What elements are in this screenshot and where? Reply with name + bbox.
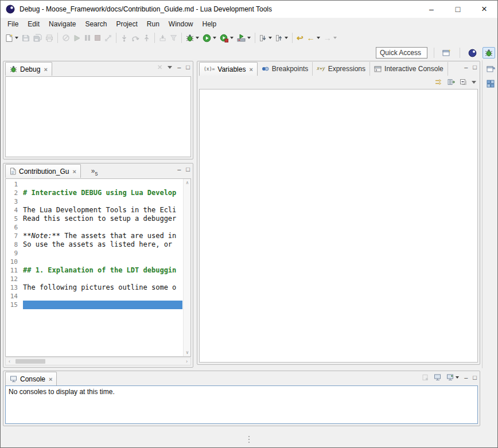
last-edit-location-button[interactable]: ↩ (295, 32, 305, 44)
debug-minimize-button[interactable]: – (177, 64, 181, 71)
variables-view-menu-button[interactable] (472, 81, 476, 84)
editor-maximize-button[interactable]: □ (186, 166, 190, 173)
menu-file[interactable]: File (3, 18, 23, 30)
forward-button[interactable]: → (322, 32, 339, 44)
tab-console[interactable]: Console × (5, 372, 57, 385)
save-all-button[interactable] (32, 32, 44, 44)
display-selected-console-button[interactable] (434, 374, 441, 381)
editor-line[interactable]: 5Read this section to setup a debugger (6, 215, 190, 223)
coverage-button[interactable] (218, 32, 235, 44)
console-maximize-button[interactable]: □ (473, 375, 477, 381)
scroll-down-icon[interactable]: ∨ (184, 350, 191, 355)
tab-breakpoints[interactable]: Breakpoints (258, 62, 313, 76)
editor-line[interactable]: 8So use the assets as listed here, or (6, 240, 190, 249)
tab-label: Contribution_Gu (19, 167, 69, 176)
pin-console-button[interactable] (422, 374, 429, 381)
vertical-scrollbar[interactable]: ∧ ∨ (183, 179, 190, 356)
run-button[interactable] (201, 32, 218, 44)
editor-line[interactable]: 15 (6, 301, 190, 309)
menu-window[interactable]: Window (164, 18, 198, 30)
sash-grip[interactable] (248, 436, 250, 443)
horizontal-scroll-thumb[interactable] (15, 359, 45, 364)
next-annotation-button[interactable] (258, 32, 274, 44)
step-return-button[interactable] (141, 32, 152, 44)
editor-line[interactable]: 13The following pictures outline some o (6, 283, 190, 292)
scroll-right-icon[interactable]: › (183, 359, 190, 364)
editor-line[interactable]: 9 (6, 249, 190, 258)
tab-expressions[interactable]: x+y Expressions (313, 62, 370, 76)
use-step-filters-button[interactable] (168, 32, 179, 44)
variables-minimize-button[interactable]: – (464, 64, 468, 71)
tab-interactive-console[interactable]: Interactive Console (370, 62, 448, 76)
menu-help[interactable]: Help (198, 18, 221, 30)
editor-line[interactable]: 3 (6, 197, 190, 206)
show-logical-structure-button[interactable] (435, 79, 443, 85)
skip-all-breakpoints-button[interactable] (60, 32, 72, 44)
console-minimize-button[interactable]: – (464, 375, 468, 381)
editor-line[interactable]: 10 (6, 258, 190, 266)
menu-project[interactable]: Project (111, 18, 142, 30)
save-button[interactable] (20, 32, 32, 44)
resume-button[interactable] (72, 32, 83, 44)
print-button[interactable] (44, 32, 55, 44)
menu-search[interactable]: Search (80, 18, 111, 30)
lua-perspective-button[interactable] (466, 48, 478, 59)
tab-debug[interactable]: Debug × (5, 62, 52, 76)
tab-variables[interactable]: (x)= Variables × (199, 62, 258, 76)
open-console-button[interactable] (446, 374, 459, 381)
editor-line[interactable]: 4The Lua Development Tools in the Ecli (6, 206, 190, 215)
tab-close-icon[interactable]: × (72, 168, 76, 175)
maximize-button[interactable]: □ (445, 1, 471, 18)
tab-close-icon[interactable]: × (44, 66, 47, 73)
step-into-button[interactable] (119, 32, 130, 44)
horizontal-scrollbar[interactable]: ‹ › (5, 357, 191, 365)
editor-body[interactable]: 12# Interactive DEBUG using Lua Develop3… (5, 178, 191, 357)
console-body[interactable]: No consoles to display at this time. (5, 385, 478, 424)
console-icon (10, 376, 17, 383)
line-number: 5 (6, 215, 23, 223)
variables-maximize-button[interactable]: □ (473, 64, 477, 71)
menu-run[interactable]: Run (142, 18, 164, 30)
show-columns-button[interactable] (448, 79, 455, 85)
debug-maximize-button[interactable]: □ (186, 64, 190, 71)
debug-view-menu-button[interactable] (168, 66, 172, 69)
editor-line[interactable]: 6 (6, 223, 190, 232)
editor-minimize-button[interactable]: – (177, 166, 181, 173)
menu-edit[interactable]: Edit (23, 18, 44, 30)
disconnect-button[interactable] (103, 32, 114, 44)
editor-line[interactable]: 1 (6, 180, 190, 189)
editor-line[interactable]: 14 (6, 292, 190, 301)
step-over-button[interactable] (130, 32, 141, 44)
editor-overflow-button[interactable]: » 5 (89, 166, 100, 178)
editor-line[interactable]: 12 (6, 275, 190, 283)
debug-button[interactable] (184, 32, 201, 44)
open-perspective-button[interactable] (441, 48, 453, 58)
debug-view-body[interactable] (5, 76, 191, 157)
collapse-all-button[interactable] (460, 79, 467, 85)
external-tools-button[interactable] (235, 32, 252, 44)
editor-line[interactable]: 2# Interactive DEBUG using Lua Develop (6, 189, 190, 197)
tab-close-icon[interactable]: × (49, 376, 52, 383)
back-button[interactable]: ← (305, 32, 322, 44)
terminate-button[interactable] (92, 32, 103, 44)
open-perspective-icon (442, 49, 452, 57)
tab-contribution-guide[interactable]: Contribution_Gu × (5, 164, 81, 178)
restore-views-button[interactable] (484, 63, 497, 75)
variables-body[interactable] (199, 89, 478, 363)
debug-perspective-button[interactable] (483, 47, 495, 59)
suspend-button[interactable] (83, 32, 92, 44)
editor-line[interactable]: 7**Note:** The assets that are used in (6, 232, 190, 240)
tab-close-icon[interactable]: × (249, 66, 252, 73)
previous-annotation-button[interactable] (274, 32, 290, 44)
new-wizard-button[interactable] (3, 32, 20, 44)
menu-navigate[interactable]: Navigate (44, 18, 80, 30)
close-button[interactable]: × (471, 1, 497, 18)
layout-grid-button[interactable] (484, 77, 497, 90)
scroll-up-icon[interactable]: ∧ (184, 180, 191, 185)
scroll-left-icon[interactable]: ‹ (6, 359, 13, 364)
remove-all-terminated-button[interactable]: ✕ (157, 64, 162, 71)
minimize-button[interactable]: – (418, 1, 445, 18)
drop-to-frame-button[interactable] (157, 32, 168, 44)
quick-access-input[interactable]: Quick Access (376, 47, 427, 59)
editor-line[interactable]: 11## 1. Explanation of the LDT debuggin (6, 266, 190, 275)
